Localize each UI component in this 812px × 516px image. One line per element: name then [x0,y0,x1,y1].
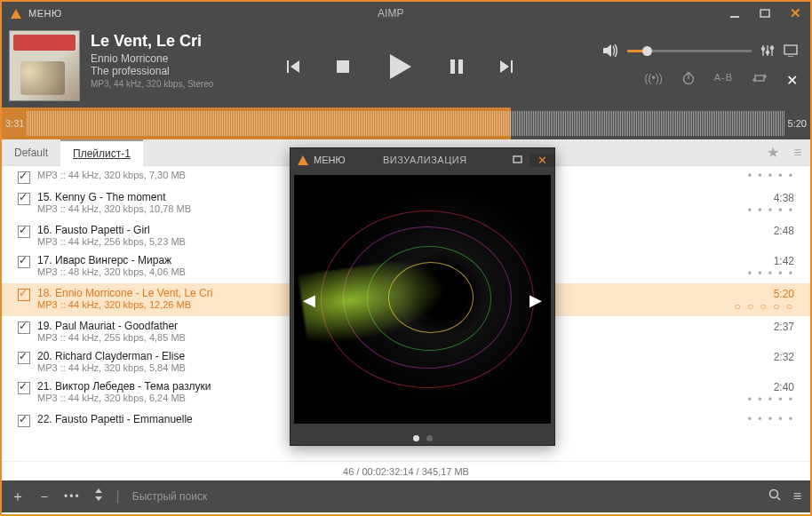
track-rating-dots[interactable]: • • • • • [748,170,794,182]
svg-point-7 [771,47,774,50]
track-duration: 2:32 [774,350,794,363]
track-title: Le Vent, Le Cri [91,32,235,51]
favorite-icon[interactable]: ★ [760,144,785,161]
ab-repeat-button[interactable]: A-B [714,72,733,89]
minimize-button[interactable] [720,2,750,25]
track-checkbox[interactable] [18,226,30,238]
viz-titlebar: МЕНЮ ВИЗУАЛИЗАЦИЯ ✕ [291,148,554,171]
remove-button[interactable]: － [37,488,52,506]
repeat-icon[interactable] [752,72,767,89]
play-button[interactable] [385,52,415,82]
viz-next-icon[interactable]: ▶ [529,290,542,310]
app-logo-icon [11,9,21,19]
track-duration: 2:40 [748,380,794,393]
viz-prev-icon[interactable]: ◀ [303,290,315,310]
equalizer-icon[interactable] [760,44,775,57]
track-checkbox[interactable] [18,289,30,301]
add-button[interactable]: ＋ [11,488,25,506]
track-checkbox[interactable] [18,256,30,268]
tab-default[interactable]: Default [2,139,60,166]
track-duration: 2:48 [774,224,794,237]
track-duration: 1:42 [748,254,794,267]
album-art[interactable] [9,30,80,101]
svg-rect-1 [760,10,769,17]
track-info: Le Vent, Le Cri Ennio Morricone The prof… [87,25,238,107]
viz-maximize-button[interactable] [505,154,529,167]
track-checkbox[interactable] [18,322,30,334]
track-format: MP3, 44 kHz, 320 kbps, Stereo [91,79,235,89]
timer-icon[interactable] [682,72,695,89]
track-duration: 2:37 [774,320,794,333]
right-controls: ((•)) A-B ✕ [561,25,810,107]
viz-close-button[interactable]: ✕ [529,154,554,167]
status-bar: 46 / 00:02:32:14 / 345,17 MB [2,461,810,480]
player-header: Le Vent, Le Cri Ennio Morricone The prof… [2,25,810,107]
svg-rect-11 [513,156,521,163]
pause-button[interactable] [449,58,465,75]
titlebar: МЕНЮ AIMP ✕ [2,2,810,25]
track-rating-dots[interactable]: • • • • • [748,267,794,280]
maximize-button[interactable] [750,2,780,25]
track-rating-dots[interactable]: ○ ○ ○ ○ ○ [734,300,794,313]
track-duration: 4:38 [748,191,794,204]
viz-logo-icon [298,155,308,165]
viz-dot[interactable] [413,435,419,441]
track-rating-dots[interactable]: • • • • • [748,413,794,425]
close-button[interactable]: ✕ [780,2,810,25]
track-checkbox[interactable] [18,193,30,205]
svg-point-5 [762,48,765,51]
display-icon[interactable] [784,44,798,57]
prev-button[interactable] [283,58,301,75]
viz-menu-button[interactable]: МЕНЮ [314,155,346,165]
visualization-window[interactable]: МЕНЮ ВИЗУАЛИЗАЦИЯ ✕ ◀ ▶ [290,147,555,446]
tab-playlist-1[interactable]: Плейлист-1 [60,139,143,166]
track-rating-dots[interactable]: • • • • • [748,393,794,406]
menu-button[interactable]: МЕНЮ [28,8,62,19]
next-button[interactable] [498,58,516,75]
viz-canvas: ◀ ▶ [294,175,551,424]
footer: ＋ － ••• | ≡ [2,480,810,512]
svg-rect-2 [337,60,349,73]
svg-rect-8 [784,45,797,54]
app-title: AIMP [62,7,720,20]
viz-page-dots[interactable] [291,427,554,449]
viz-dot[interactable] [426,435,433,441]
volume-slider[interactable] [627,50,752,52]
time-total: 5:20 [788,118,807,129]
track-checkbox[interactable] [18,171,30,184]
radio-icon[interactable]: ((•)) [644,72,662,89]
track-checkbox[interactable] [18,415,30,427]
time-elapsed: 3:31 [5,118,24,129]
track-rating-dots[interactable]: • • • • • [748,204,794,217]
track-checkbox[interactable] [18,382,30,394]
stop-button[interactable] [335,59,351,75]
search-icon[interactable] [768,488,781,504]
search-input[interactable] [132,490,756,503]
svg-point-6 [767,52,769,54]
svg-point-10 [769,490,777,498]
waveform[interactable]: 3:31 5:20 [2,107,810,139]
track-duration: 5:20 [734,287,794,300]
transport-controls [238,25,561,107]
track-checkbox[interactable] [18,352,30,364]
track-artist: Ennio Morricone [91,52,235,65]
footer-menu-icon[interactable]: ≡ [793,488,801,504]
svg-rect-3 [450,60,455,74]
track-album: The professional [91,65,235,77]
sort-icon[interactable] [93,488,104,504]
shuffle-icon[interactable]: ✕ [786,72,798,89]
viz-title: ВИЗУАЛИЗАЦИЯ [346,155,505,165]
more-icon[interactable]: ••• [64,490,81,503]
playlist-menu-icon[interactable]: ≡ [785,145,810,161]
svg-rect-0 [730,16,739,18]
volume-icon[interactable] [602,44,618,58]
svg-rect-4 [458,60,463,74]
